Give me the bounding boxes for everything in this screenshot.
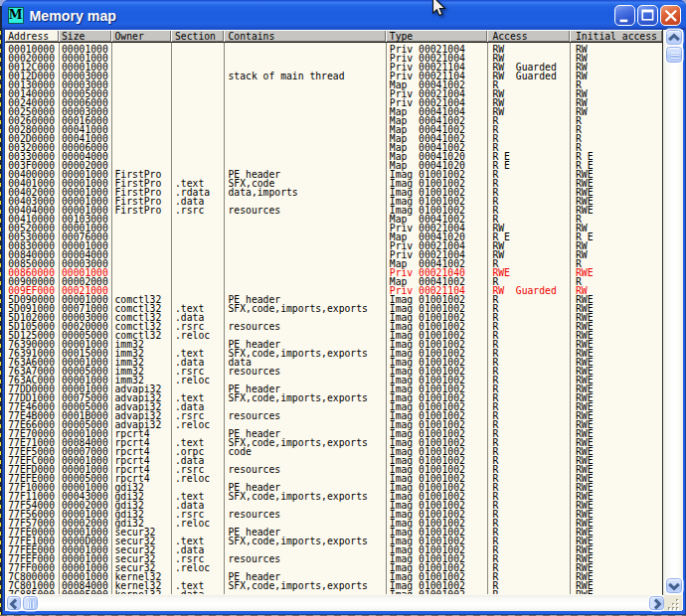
column-header-label: Type [390, 31, 413, 42]
cell-section: .reloc [175, 331, 210, 340]
column-header-label: Access [492, 31, 527, 42]
cell-contains: SFX,code,imports,exports [229, 304, 368, 313]
cell-access: RW Guarded [492, 286, 556, 295]
column-header-bar: AddressSizeOwnerSectionContainsTypeAcces… [5, 30, 662, 44]
column-header-owner[interactable]: Owner [111, 30, 172, 42]
scroll-right-icon [651, 598, 663, 610]
grip-dot [676, 599, 678, 601]
column-header-label: Contains [229, 31, 275, 42]
cell-contains: code [229, 447, 252, 456]
cell-contains: resources [229, 510, 281, 519]
cell-section: .rsrc [175, 206, 204, 215]
grip-dot [668, 607, 670, 609]
vertical-scroll-thumb[interactable] [666, 47, 682, 63]
column-header-access[interactable]: Access [487, 30, 570, 42]
cell-type: Imag 01001002 [390, 590, 465, 594]
maximize-icon [638, 6, 659, 27]
column-header-label: Address [8, 31, 49, 42]
horizontal-scrollbar[interactable] [5, 595, 664, 612]
close-icon [661, 6, 682, 27]
scroll-up-icon [667, 32, 681, 44]
cell-section: .data [175, 590, 204, 594]
grip-dot [672, 603, 674, 605]
thumb-grip [671, 53, 679, 60]
title-bar[interactable]: M Memory map [2, 0, 686, 30]
cell-contains: resources [229, 367, 281, 376]
scroll-up-button[interactable] [666, 30, 682, 45]
column-header-label: Initial access [576, 31, 657, 42]
cell-contains: resources [229, 206, 281, 215]
memory-map-table: AddressSizeOwnerSectionContainsTypeAcces… [5, 30, 683, 611]
grip-dot [672, 607, 674, 609]
memory-map-window: M Memory map AddressSizeOwnerSectionCont… [2, 0, 686, 615]
close-button[interactable] [660, 5, 681, 26]
cell-contains: SFX,code,imports,exports [229, 492, 368, 501]
cell-contains: resources [229, 322, 281, 331]
column-header-type[interactable]: Type [386, 30, 487, 42]
cell-address: 7C885000 [8, 590, 55, 594]
cell-section: .reloc [175, 376, 210, 385]
scroll-left-icon [8, 598, 20, 610]
cell-contains: resources [229, 465, 281, 474]
column-header-label: Section [175, 31, 216, 42]
cell-contains: SFX,code,imports,exports [229, 393, 368, 402]
resize-grip[interactable] [664, 595, 682, 612]
cell-access: RW Guarded [492, 72, 556, 80]
cell-contains: SFX,code,imports,exports [229, 581, 368, 590]
cell-access: R [492, 590, 498, 594]
screen: { "window": { "title": "Memory map", "ic… [0, 0, 686, 616]
scroll-down-icon [667, 580, 681, 592]
cell-contains: stack of main thread [229, 72, 345, 80]
scroll-left-button[interactable] [7, 596, 22, 610]
cell-owner: FirstPro [115, 206, 162, 215]
cell-contains: resources [229, 411, 281, 420]
cell-section: .reloc [175, 519, 210, 528]
memory-rows: 0001000000001000Priv 00021004RWRW0002000… [5, 43, 662, 594]
minimize-button[interactable] [614, 5, 635, 26]
memory-row-7C885000[interactable]: 7C88500000005000kernel32.dataImag 010010… [5, 590, 662, 594]
column-header-contains[interactable]: Contains [224, 30, 386, 42]
cell-section: .reloc [175, 474, 210, 483]
window-icon: M [8, 7, 25, 24]
column-header-address[interactable]: Address [5, 30, 59, 42]
cell-initial: RWE [576, 590, 594, 594]
maximize-button[interactable] [637, 5, 658, 26]
cell-contains: data,imports [229, 188, 298, 197]
minimize-icon [615, 6, 636, 27]
cell-contains: resources [229, 554, 281, 563]
horizontal-scroll-thumb[interactable] [23, 596, 38, 610]
cell-size: 00005000 [62, 590, 108, 594]
grip-dot [676, 603, 678, 605]
cell-section: .reloc [175, 563, 210, 572]
column-header-label: Owner [115, 31, 144, 42]
column-header-initial[interactable]: Initial access [570, 30, 662, 42]
scroll-down-button[interactable] [666, 578, 682, 593]
column-header-label: Size [62, 31, 85, 42]
cell-section: .reloc [175, 420, 210, 429]
grip-dot [676, 607, 678, 609]
column-header-size[interactable]: Size [59, 30, 111, 42]
window-title: Memory map [30, 7, 117, 25]
scroll-right-button[interactable] [649, 596, 664, 610]
column-header-section[interactable]: Section [171, 30, 224, 42]
vertical-scrollbar[interactable] [663, 30, 683, 595]
cell-owner: kernel32 [115, 590, 162, 594]
thumb-grip [28, 601, 35, 609]
cell-contains: SFX,code,imports,exports [229, 537, 368, 545]
